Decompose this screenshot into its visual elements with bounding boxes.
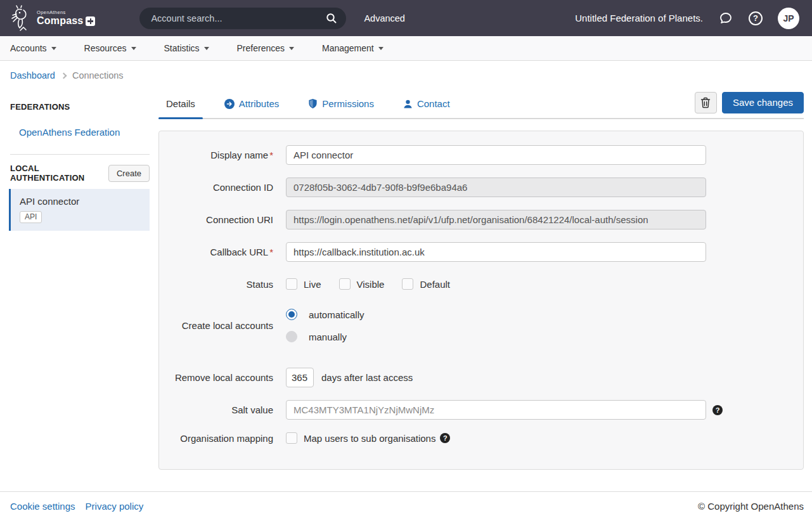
organisation-mapping-row: Organisation mapping Map users to sub or… [159, 432, 803, 444]
automatically-label[interactable]: automatically [309, 309, 364, 320]
tab-permissions[interactable]: Permissions [300, 91, 382, 118]
create-local-accounts-label: Create local accounts [159, 320, 286, 331]
status-visible-label[interactable]: Visible [357, 279, 385, 290]
display-name-input[interactable] [286, 145, 706, 165]
help-icon: ? [749, 11, 763, 25]
organisation-mapping-label: Organisation mapping [159, 433, 286, 444]
account-search [139, 8, 346, 29]
chevron-down-icon [51, 47, 56, 50]
nav-resources[interactable]: Resources [84, 43, 136, 53]
display-name-label: Display name [210, 150, 268, 160]
user-avatar[interactable]: JP [778, 8, 799, 29]
nav-accounts[interactable]: Accounts [10, 43, 56, 53]
tab-details[interactable]: Details [158, 91, 203, 118]
breadcrumb-current: Connections [72, 70, 124, 81]
privacy-policy-link[interactable]: Privacy policy [86, 501, 144, 512]
connection-details-form: Display name* Connection ID Connection U… [158, 131, 804, 470]
search-button[interactable] [321, 10, 342, 27]
chat-icon [718, 11, 733, 26]
callback-url-label: Callback URL [210, 247, 268, 257]
callback-url-row: Callback URL* [159, 242, 803, 262]
main-navigation: Accounts Resources Statistics Preference… [0, 36, 812, 61]
help-button[interactable]: ? [749, 11, 763, 25]
openathens-logo[interactable]: OpenAthens Compass [9, 4, 95, 32]
display-name-row: Display name* [159, 145, 803, 165]
create-accounts-automatically-radio[interactable] [286, 309, 297, 320]
tabs-row: Details Attributes [158, 91, 804, 119]
connection-id-row: Connection ID [159, 178, 803, 197]
connection-uri-row: Connection URI [159, 210, 803, 229]
create-connection-button[interactable]: Create [108, 165, 150, 182]
breadcrumb: Dashboard Connections [0, 61, 812, 89]
sidebar-divider [10, 154, 150, 155]
action-buttons: Save changes [695, 92, 804, 117]
nav-statistics[interactable]: Statistics [164, 43, 209, 53]
organisation-mapping-help-icon[interactable]: ? [440, 433, 450, 443]
create-local-accounts-row: Create local accounts automatically manu… [159, 309, 803, 342]
copyright-text: © Copyright OpenAthens [698, 501, 804, 512]
remove-days-input[interactable] [286, 368, 314, 387]
federations-heading: FEDERATIONS [10, 102, 150, 112]
save-changes-button[interactable]: Save changes [722, 92, 804, 113]
account-search-input[interactable] [150, 13, 321, 24]
nav-preferences[interactable]: Preferences [237, 43, 294, 53]
chevron-down-icon [204, 47, 209, 50]
remove-local-accounts-row: Remove local accounts days after last ac… [159, 368, 803, 387]
nav-management[interactable]: Management [322, 43, 383, 53]
status-visible-checkbox[interactable] [339, 278, 351, 290]
salt-value-row: Salt value ? [159, 400, 803, 420]
arrow-right-circle-icon [224, 99, 235, 109]
brand-compass: Compass [37, 16, 83, 26]
status-live-label[interactable]: Live [304, 279, 321, 290]
tab-contact[interactable]: Contact [396, 91, 458, 118]
salt-value-input[interactable] [286, 400, 706, 420]
chevron-down-icon [378, 47, 383, 50]
tabs: Details Attributes [158, 91, 472, 118]
topbar: OpenAthens Compass Advanced Untitled Fed… [0, 0, 812, 36]
chat-button[interactable] [718, 11, 733, 26]
chevron-down-icon [131, 47, 136, 50]
trash-icon [700, 97, 711, 108]
cookie-settings-link[interactable]: Cookie settings [10, 501, 75, 512]
sidebar-item-api-connector[interactable]: API connector API [9, 189, 150, 231]
search-icon [326, 13, 337, 24]
map-users-checkbox[interactable] [286, 432, 297, 444]
breadcrumb-dashboard-link[interactable]: Dashboard [10, 70, 55, 81]
person-icon [403, 99, 413, 109]
local-authentication-heading: LOCAL AUTHENTICATION [10, 164, 108, 183]
footer: Cookie settings Privacy policy © Copyrig… [0, 491, 812, 522]
delete-connection-button[interactable] [695, 92, 717, 113]
connection-uri-input [286, 210, 706, 229]
callback-url-input[interactable] [286, 242, 706, 262]
status-row: Status Live Visible Default [159, 278, 803, 290]
shield-icon [308, 98, 318, 109]
sidebar: FEDERATIONS OpenAthens Federation LOCAL … [0, 89, 150, 231]
status-default-checkbox[interactable] [402, 278, 413, 290]
advanced-search-link[interactable]: Advanced [364, 13, 405, 23]
salt-help-icon[interactable]: ? [712, 405, 723, 415]
map-users-label[interactable]: Map users to sub organisations [304, 433, 435, 444]
breadcrumb-separator-icon [60, 73, 67, 79]
connection-id-label: Connection ID [159, 182, 286, 193]
chevron-down-icon [289, 47, 294, 50]
remove-local-accounts-label: Remove local accounts [159, 372, 286, 383]
owl-logo-icon [9, 4, 33, 32]
status-live-checkbox[interactable] [286, 278, 297, 290]
status-label: Status [159, 279, 286, 290]
federation-name: Untitled Federation of Planets. [575, 13, 703, 23]
connection-type-badge: API [20, 211, 42, 223]
main-content: Details Attributes [158, 89, 804, 470]
connection-name: API connector [20, 196, 141, 207]
required-asterisk: * [269, 150, 273, 160]
required-asterisk: * [269, 247, 273, 257]
compass-plus-icon [86, 16, 95, 26]
sidebar-item-openathens-federation[interactable]: OpenAthens Federation [19, 127, 120, 138]
salt-value-label: Salt value [159, 404, 286, 415]
brand-openathens: OpenAthens [37, 10, 95, 15]
connection-uri-label: Connection URI [159, 214, 286, 225]
tab-attributes[interactable]: Attributes [217, 91, 287, 118]
create-accounts-manually-radio[interactable] [286, 331, 297, 342]
manually-label[interactable]: manually [309, 332, 347, 342]
connection-id-input [286, 178, 706, 197]
status-default-label[interactable]: Default [420, 279, 450, 290]
